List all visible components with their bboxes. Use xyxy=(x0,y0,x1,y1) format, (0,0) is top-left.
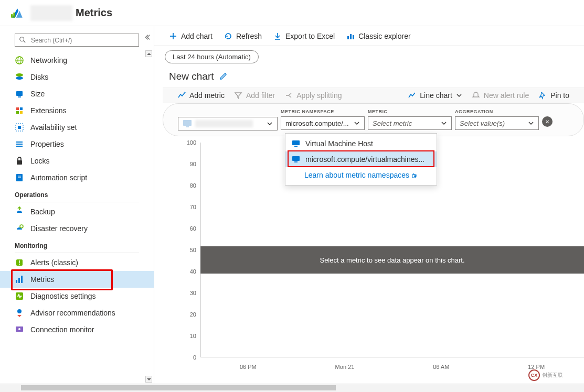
svg-point-31 xyxy=(17,309,22,313)
diagnostics-icon xyxy=(15,291,24,301)
chevron-down-icon xyxy=(354,120,360,126)
sidebar-item-advisor[interactable]: Advisor recommendations xyxy=(0,304,154,321)
svg-rect-37 xyxy=(347,36,349,39)
sidebar-item-availability-set[interactable]: Availability set xyxy=(0,119,154,136)
x-tick: 06 PM xyxy=(240,364,257,370)
barchart-icon xyxy=(346,32,355,40)
sidebar-item-disaster-recovery[interactable]: Disaster recovery xyxy=(0,220,154,237)
sidebar-item-disks[interactable]: Disks xyxy=(0,69,154,85)
svg-rect-0 xyxy=(11,14,13,17)
sidebar-item-extensions[interactable]: Extensions xyxy=(0,102,154,119)
metric-placeholder: Select metric xyxy=(373,119,412,127)
horizontal-scrollbar[interactable] xyxy=(0,384,584,392)
add-metric-label: Add metric xyxy=(189,91,225,100)
new-alert-rule-button: New alert rule xyxy=(472,91,529,100)
external-link-icon xyxy=(412,172,418,178)
sidebar-item-label: Extensions xyxy=(30,106,66,115)
sidebar-item-label: Networking xyxy=(30,56,67,64)
sidebar-item-label: Metrics xyxy=(30,275,54,284)
sidebar: Networking Disks Size Extensions Availab… xyxy=(0,26,154,384)
svg-rect-13 xyxy=(16,111,19,114)
split-icon xyxy=(284,91,293,100)
metric-selector[interactable]: Select metric xyxy=(368,116,452,130)
vm-icon xyxy=(183,119,192,128)
sidebar-item-alerts[interactable]: !Alerts (classic) xyxy=(0,254,154,271)
availability-set-icon xyxy=(15,123,24,132)
sidebar-item-connection-monitor[interactable]: Connection monitor xyxy=(0,321,154,338)
chevron-down-icon xyxy=(441,120,447,126)
svg-rect-43 xyxy=(292,140,300,145)
y-tick: 100 xyxy=(187,139,196,146)
svg-point-2 xyxy=(20,37,24,41)
add-metric-button[interactable]: +Add metric xyxy=(177,91,225,100)
edit-title-icon[interactable] xyxy=(219,72,228,82)
page-header: Metrics xyxy=(0,0,584,26)
script-icon xyxy=(15,173,24,182)
x-axis: 06 PM Mon 21 06 AM 12 PM xyxy=(200,364,584,370)
chart-type-selector[interactable]: Line chart xyxy=(408,91,462,100)
svg-rect-45 xyxy=(292,156,300,161)
alerts-icon: ! xyxy=(15,258,24,267)
sidebar-list: Networking Disks Size Extensions Availab… xyxy=(0,50,154,340)
pin-button[interactable]: Pin to xyxy=(538,91,569,100)
sidebar-item-diagnostics[interactable]: Diagnostics settings xyxy=(0,288,154,304)
alert-rule-label: New alert rule xyxy=(484,91,529,100)
line-chart-icon xyxy=(408,91,416,100)
advisor-icon xyxy=(15,308,24,318)
aggregation-selector[interactable]: Select value(s) xyxy=(455,116,539,130)
svg-text:+: + xyxy=(184,90,186,95)
sidebar-item-backup[interactable]: Backup xyxy=(0,203,154,220)
sidebar-item-networking[interactable]: Networking xyxy=(0,52,154,69)
sidebar-item-locks[interactable]: Locks xyxy=(0,153,154,169)
sidebar-item-properties[interactable]: Properties xyxy=(0,136,154,153)
sidebar-item-label: Locks xyxy=(30,157,50,165)
time-range-selector[interactable]: Last 24 hours (Automatic) xyxy=(165,50,259,63)
namespace-selector[interactable]: microsoft.compute/... xyxy=(281,116,365,130)
sidebar-item-size[interactable]: Size xyxy=(0,85,154,102)
refresh-button[interactable]: Refresh xyxy=(224,32,262,40)
learn-namespaces-link[interactable]: Learn about metric namespaces xyxy=(285,167,437,183)
section-monitoring: Monitoring xyxy=(0,237,154,252)
y-tick: 80 xyxy=(190,182,196,189)
sidebar-item-label: Properties xyxy=(30,140,64,148)
search-icon xyxy=(19,36,26,43)
sidebar-item-label: Disks xyxy=(30,73,48,81)
pin-icon xyxy=(538,91,547,100)
sidebar-item-label: Automation script xyxy=(30,173,87,182)
dropdown-label: microsoft.compute/virtualmachines... xyxy=(305,155,424,164)
dropdown-option-compute-vm[interactable]: microsoft.compute/virtualmachines... xyxy=(285,151,437,167)
aggregation-placeholder: Select value(s) xyxy=(460,119,505,127)
sidebar-item-automation-script[interactable]: Automation script xyxy=(0,169,154,186)
add-metric-icon: + xyxy=(177,91,186,100)
svg-rect-12 xyxy=(20,107,23,110)
plus-icon xyxy=(169,32,177,40)
dropdown-option-vm-host[interactable]: Virtual Machine Host xyxy=(285,136,437,151)
svg-point-33 xyxy=(18,328,20,330)
svg-rect-46 xyxy=(294,161,298,162)
y-tick: 30 xyxy=(190,290,196,296)
collapse-sidebar-icon[interactable] xyxy=(143,34,151,42)
remove-metric-icon[interactable]: ✕ xyxy=(542,116,553,127)
classic-explorer-button[interactable]: Classic explorer xyxy=(346,32,411,40)
page-title: Metrics xyxy=(76,7,112,19)
network-icon xyxy=(15,56,24,65)
vm-icon xyxy=(292,156,300,163)
sidebar-item-metrics[interactable]: Metrics xyxy=(0,271,154,288)
svg-point-24 xyxy=(20,225,23,228)
svg-rect-14 xyxy=(20,111,23,114)
add-chart-label: Add chart xyxy=(181,32,213,40)
scope-selector[interactable] xyxy=(178,117,278,130)
sidebar-item-label: Connection monitor xyxy=(30,325,94,334)
svg-point-8 xyxy=(16,77,23,80)
export-label: Export to Excel xyxy=(285,32,335,40)
y-tick: 40 xyxy=(190,268,196,275)
namespace-value: microsoft.compute/... xyxy=(285,119,349,127)
sidebar-search-input[interactable] xyxy=(15,34,139,47)
sidebar-item-label: Alerts (classic) xyxy=(30,258,78,267)
metrics-icon xyxy=(15,275,24,284)
svg-line-3 xyxy=(24,41,26,43)
export-excel-button[interactable]: Export to Excel xyxy=(273,32,335,40)
watermark: CX 创新互联 xyxy=(528,368,581,383)
scroll-down-icon[interactable] xyxy=(145,376,152,383)
add-chart-button[interactable]: Add chart xyxy=(169,32,213,40)
